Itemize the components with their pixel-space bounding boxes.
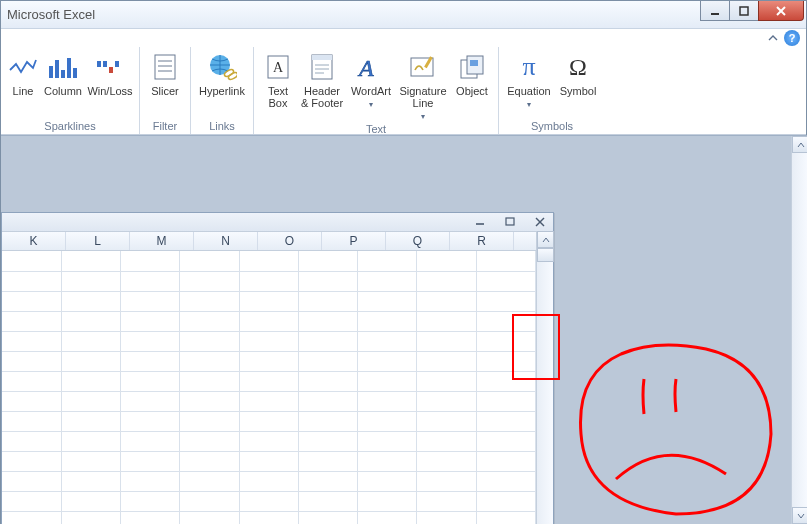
svg-rect-7 <box>115 61 119 67</box>
svg-rect-29 <box>506 218 514 225</box>
close-button[interactable] <box>758 1 804 21</box>
workbook-close-button[interactable] <box>531 216 549 228</box>
ribbon-group-sparklines: Line Column Win/Loss Sparklines <box>1 47 140 134</box>
slicer-button[interactable]: Slicer <box>144 49 186 111</box>
workbook-window: K L M N O P Q R <box>1 212 554 524</box>
column-header[interactable]: P <box>322 232 386 250</box>
ribbon-group-label: Filter <box>140 119 190 134</box>
hyperlink-icon <box>206 51 238 83</box>
help-icon[interactable]: ? <box>784 30 800 46</box>
dropdown-icon: ▾ <box>527 100 531 109</box>
svg-rect-1 <box>740 7 748 15</box>
ribbon-group-label: Sparklines <box>1 119 139 134</box>
signature-line-icon <box>407 51 439 83</box>
ribbon-group-text: A Text Box Header & Footer A WordArt▾ <box>254 47 499 134</box>
split-handle[interactable] <box>537 248 554 262</box>
cell-grid[interactable] <box>2 251 536 524</box>
ribbon-group-links: Hyperlink Links <box>191 47 254 134</box>
title-bar: Microsoft Excel <box>1 1 806 29</box>
column-header[interactable]: R <box>450 232 514 250</box>
svg-rect-27 <box>470 60 478 66</box>
annotation-rectangle <box>512 314 560 380</box>
header-footer-button[interactable]: Header & Footer <box>298 49 346 111</box>
sparkline-winloss-button[interactable]: Win/Loss <box>85 49 135 111</box>
window-title: Microsoft Excel <box>7 7 95 22</box>
svg-text:A: A <box>273 60 284 75</box>
svg-text:A: A <box>357 55 374 80</box>
mdi-workarea: K L M N O P Q R <box>1 135 807 524</box>
app-scrollbar-vertical[interactable] <box>791 136 807 524</box>
column-header[interactable]: M <box>130 232 194 250</box>
ribbon-minimize-icon[interactable] <box>766 31 780 45</box>
svg-rect-8 <box>155 55 175 79</box>
scroll-up-icon[interactable] <box>792 136 807 153</box>
symbol-button[interactable]: Ω Symbol <box>555 49 601 111</box>
svg-point-14 <box>227 71 237 80</box>
svg-rect-5 <box>103 61 107 67</box>
svg-rect-6 <box>109 67 113 73</box>
hyperlink-button[interactable]: Hyperlink <box>195 49 249 111</box>
svg-rect-4 <box>97 61 101 67</box>
textbox-icon: A <box>262 51 294 83</box>
column-header[interactable]: O <box>258 232 322 250</box>
window-controls <box>701 1 804 21</box>
column-header[interactable]: K <box>2 232 66 250</box>
header-footer-icon <box>306 51 338 83</box>
workbook-maximize-button[interactable] <box>501 216 519 228</box>
textbox-button[interactable]: A Text Box <box>258 49 298 111</box>
sparkline-line-icon <box>7 51 39 83</box>
slicer-icon <box>149 51 181 83</box>
scroll-down-icon[interactable] <box>792 507 807 524</box>
app-window: Microsoft Excel ? L <box>0 0 807 524</box>
sparkline-column-button[interactable]: Column <box>41 49 85 111</box>
signature-line-button[interactable]: Signature Line▾ <box>396 49 450 122</box>
column-header[interactable]: L <box>66 232 130 250</box>
column-header[interactable]: Q <box>386 232 450 250</box>
maximize-button[interactable] <box>729 1 759 21</box>
ribbon-group-label: Symbols <box>499 119 605 134</box>
scroll-up-icon[interactable] <box>537 231 554 248</box>
help-bar: ? <box>1 29 806 47</box>
dropdown-icon: ▾ <box>421 112 425 121</box>
symbol-icon: Ω <box>562 51 594 83</box>
annotation-sad-face <box>566 334 786 524</box>
column-header[interactable]: N <box>194 232 258 250</box>
ribbon-group-filter: Slicer Filter <box>140 47 191 134</box>
dropdown-icon: ▾ <box>369 100 373 109</box>
wordart-icon: A <box>355 51 387 83</box>
svg-rect-18 <box>312 55 332 60</box>
ribbon-group-label: Links <box>191 119 253 134</box>
sparkline-winloss-icon <box>94 51 126 83</box>
workbook-titlebar <box>2 213 553 231</box>
ribbon: Line Column Win/Loss Sparklines <box>1 47 806 135</box>
workbook-minimize-button[interactable] <box>471 216 489 228</box>
object-button[interactable]: Object <box>450 49 494 111</box>
column-headers: K L M N O P Q R <box>2 231 553 251</box>
wordart-button[interactable]: A WordArt▾ <box>346 49 396 111</box>
object-icon <box>456 51 488 83</box>
sparkline-line-button[interactable]: Line <box>5 49 41 111</box>
equation-icon: π <box>513 51 545 83</box>
sparkline-column-icon <box>47 51 79 83</box>
minimize-button[interactable] <box>700 1 730 21</box>
equation-button[interactable]: π Equation▾ <box>503 49 555 111</box>
ribbon-group-symbols: π Equation▾ Ω Symbol Symbols <box>499 47 605 134</box>
